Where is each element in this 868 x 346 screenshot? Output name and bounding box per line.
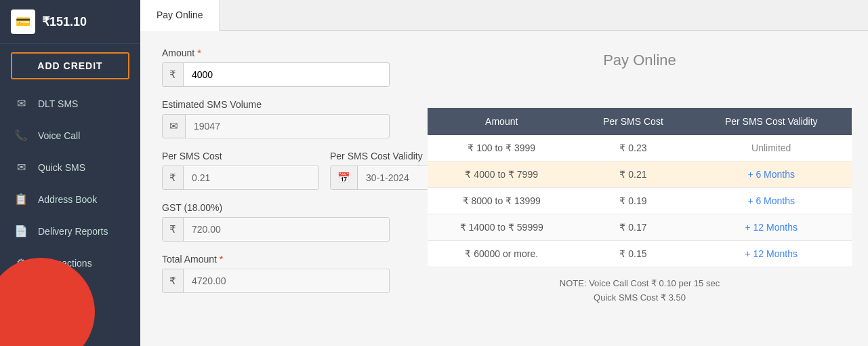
cell-amount: ₹ 100 to ₹ 3999 bbox=[428, 135, 575, 161]
sidebar-item-label-dlt-sms: DLT SMS bbox=[38, 98, 78, 109]
table-header-cost: Per SMS Cost bbox=[575, 108, 690, 135]
estimated-sms-group: Estimated SMS Volume ✉ bbox=[162, 99, 390, 138]
cell-cost: ₹ 0.15 bbox=[575, 241, 690, 267]
tab-pay-online[interactable]: Pay Online bbox=[140, 0, 220, 31]
amount-currency-icon: ₹ bbox=[163, 63, 184, 86]
amount-group: Amount * ₹ bbox=[162, 47, 390, 87]
sidebar-item-label-quick-sms: Quick SMS bbox=[38, 162, 85, 173]
table-header-validity: Per SMS Cost Validity bbox=[690, 108, 852, 135]
sidebar-item-label-delivery-reports: Delivery Reports bbox=[38, 226, 108, 237]
table-row: ₹ 100 to ₹ 3999₹ 0.23Unlimited bbox=[428, 135, 852, 161]
per-sms-cost-input bbox=[184, 167, 318, 189]
cell-validity: + 12 Months bbox=[690, 241, 852, 267]
cell-cost: ₹ 0.23 bbox=[575, 135, 690, 161]
sidebar-item-dlt-sms[interactable]: ✉ DLT SMS bbox=[0, 88, 140, 119]
cell-amount: ₹ 14000 to ₹ 59999 bbox=[428, 214, 575, 241]
gst-group: GST (18.00%) ₹ bbox=[162, 202, 390, 242]
estimated-sms-input bbox=[186, 115, 389, 137]
delivery-reports-icon: 📄 bbox=[14, 225, 28, 237]
cell-validity: Unlimited bbox=[690, 135, 852, 161]
note-text: NOTE: Voice Call Cost ₹ 0.10 per 15 sec … bbox=[428, 277, 852, 305]
tab-bar: Pay Online bbox=[140, 0, 868, 31]
pricing-table: Amount Per SMS Cost Per SMS Cost Validit… bbox=[428, 108, 852, 267]
cost-validity-row: Per SMS Cost ₹ Per SMS Cost Validity 📅 bbox=[162, 151, 390, 202]
total-label: Total Amount * bbox=[162, 254, 390, 265]
gst-currency-icon: ₹ bbox=[163, 218, 184, 241]
cell-amount: ₹ 4000 to ₹ 7999 bbox=[428, 161, 575, 188]
per-sms-cost-label: Per SMS Cost bbox=[162, 151, 319, 161]
sidebar-item-voice-call[interactable]: 📞 Voice Call bbox=[0, 119, 140, 151]
main-content: Pay Online Amount * ₹ Estimated SMS Volu… bbox=[140, 0, 868, 322]
cell-amount: ₹ 8000 to ₹ 13999 bbox=[428, 188, 575, 214]
total-required-star: * bbox=[220, 254, 223, 265]
sidebar-header: 💳 ₹151.10 bbox=[0, 0, 140, 44]
voice-call-icon: 📞 bbox=[14, 129, 28, 142]
content-area: Amount * ₹ Estimated SMS Volume ✉ bbox=[140, 31, 868, 322]
sidebar-item-address-book[interactable]: 📋 Address Book bbox=[0, 183, 140, 215]
cell-validity: + 12 Months bbox=[690, 214, 852, 241]
page-title: Pay Online bbox=[428, 38, 852, 102]
required-star: * bbox=[197, 47, 201, 58]
envelope-icon: ✉ bbox=[163, 115, 186, 138]
sidebar-item-label-address-book: Address Book bbox=[38, 194, 97, 205]
table-row: ₹ 60000 or more.₹ 0.15+ 12 Months bbox=[428, 241, 852, 267]
cell-cost: ₹ 0.17 bbox=[575, 214, 690, 241]
form-section: Amount * ₹ Estimated SMS Volume ✉ bbox=[140, 31, 411, 322]
gst-label: GST (18.00%) bbox=[162, 202, 390, 213]
address-book-icon: 📋 bbox=[14, 193, 28, 206]
calendar-icon: 📅 bbox=[331, 166, 358, 189]
total-wrapper: ₹ bbox=[162, 269, 390, 293]
gst-wrapper: ₹ bbox=[162, 217, 390, 242]
table-row: ₹ 4000 to ₹ 7999₹ 0.21+ 6 Months bbox=[428, 161, 852, 188]
quick-sms-icon: ✉ bbox=[14, 161, 28, 174]
note-line1: NOTE: Voice Call Cost ₹ 0.10 per 15 sec bbox=[560, 278, 720, 288]
cost-currency-icon: ₹ bbox=[163, 166, 184, 189]
estimated-sms-wrapper: ✉ bbox=[162, 114, 390, 138]
per-sms-cost-group: Per SMS Cost ₹ bbox=[162, 151, 319, 190]
table-header-amount: Amount bbox=[428, 108, 575, 135]
note-line2: Quick SMS Cost ₹ 3.50 bbox=[594, 292, 686, 303]
sidebar-item-delivery-reports[interactable]: 📄 Delivery Reports bbox=[0, 215, 140, 247]
cell-cost: ₹ 0.21 bbox=[575, 161, 690, 188]
right-section: Pay Online Amount Per SMS Cost Per SMS C… bbox=[411, 31, 868, 322]
amount-input[interactable] bbox=[184, 64, 389, 85]
total-input bbox=[184, 270, 389, 292]
cell-amount: ₹ 60000 or more. bbox=[428, 241, 575, 267]
sidebar: 💳 ₹151.10 ADD CREDIT ✉ DLT SMS 📞 Voice C… bbox=[0, 0, 140, 346]
wallet-icon: 💳 bbox=[11, 9, 35, 34]
sidebar-item-label-voice-call: Voice Call bbox=[38, 130, 80, 141]
amount-input-wrapper: ₹ bbox=[162, 62, 390, 87]
table-row: ₹ 8000 to ₹ 13999₹ 0.19+ 6 Months bbox=[428, 188, 852, 214]
main-wrapper: Pay Online Amount * ₹ Estimated SMS Volu… bbox=[140, 0, 868, 346]
cell-cost: ₹ 0.19 bbox=[575, 188, 690, 214]
per-sms-cost-wrapper: ₹ bbox=[162, 166, 319, 190]
table-row: ₹ 14000 to ₹ 59999₹ 0.17+ 12 Months bbox=[428, 214, 852, 241]
add-credit-button[interactable]: ADD CREDIT bbox=[11, 52, 129, 79]
estimated-sms-label: Estimated SMS Volume bbox=[162, 99, 390, 110]
sidebar-item-quick-sms[interactable]: ✉ Quick SMS bbox=[0, 151, 140, 183]
cell-validity: + 6 Months bbox=[690, 161, 852, 188]
total-group: Total Amount * ₹ bbox=[162, 254, 390, 293]
total-currency-icon: ₹ bbox=[163, 269, 184, 292]
amount-label: Amount * bbox=[162, 47, 390, 58]
cell-validity: + 6 Months bbox=[690, 188, 852, 214]
dlt-sms-icon: ✉ bbox=[14, 97, 28, 110]
balance-display: ₹151.10 bbox=[42, 14, 87, 29]
gst-input bbox=[184, 218, 389, 240]
